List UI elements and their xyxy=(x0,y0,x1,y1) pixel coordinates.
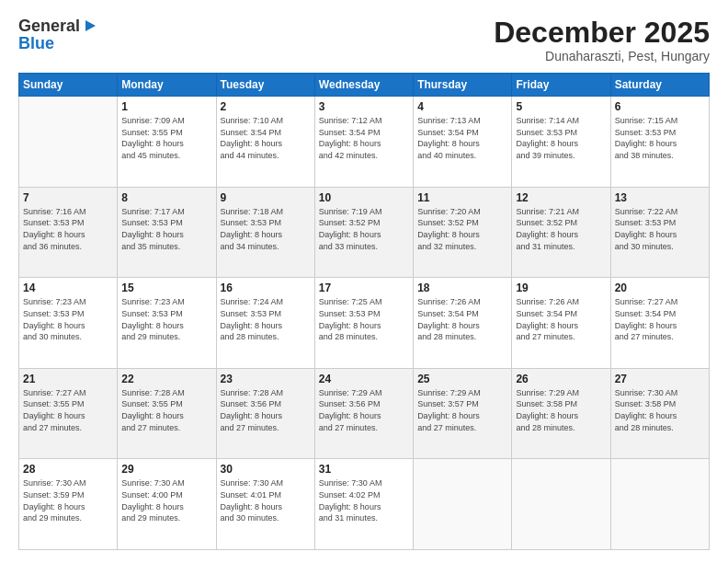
weekday-header-friday: Friday xyxy=(512,74,610,97)
day-number: 21 xyxy=(23,373,113,385)
day-number: 16 xyxy=(221,282,311,294)
calendar-cell: 20Sunrise: 7:27 AMSunset: 3:54 PMDayligh… xyxy=(610,278,709,369)
day-info: Sunrise: 7:23 AMSunset: 3:53 PMDaylight:… xyxy=(121,296,211,342)
calendar-cell: 4Sunrise: 7:13 AMSunset: 3:54 PMDaylight… xyxy=(414,97,512,188)
calendar-cell: 1Sunrise: 7:09 AMSunset: 3:55 PMDaylight… xyxy=(118,97,216,188)
day-number: 25 xyxy=(417,373,507,385)
day-number: 27 xyxy=(615,373,705,385)
day-number: 1 xyxy=(121,100,211,113)
weekday-header-row: SundayMondayTuesdayWednesdayThursdayFrid… xyxy=(19,74,710,97)
day-info: Sunrise: 7:28 AMSunset: 3:55 PMDaylight:… xyxy=(121,387,211,433)
calendar-cell: 5Sunrise: 7:14 AMSunset: 3:53 PMDaylight… xyxy=(512,97,610,188)
day-info: Sunrise: 7:27 AMSunset: 3:55 PMDaylight:… xyxy=(23,387,113,433)
day-info: Sunrise: 7:16 AMSunset: 3:53 PMDaylight:… xyxy=(23,206,113,252)
logo-blue-text: Blue xyxy=(18,34,54,53)
calendar-cell: 16Sunrise: 7:24 AMSunset: 3:53 PMDayligh… xyxy=(216,278,314,369)
calendar-week-row: 28Sunrise: 7:30 AMSunset: 3:59 PMDayligh… xyxy=(19,459,710,550)
calendar-cell xyxy=(414,459,512,550)
calendar-cell: 10Sunrise: 7:19 AMSunset: 3:52 PMDayligh… xyxy=(314,187,413,278)
calendar-week-row: 7Sunrise: 7:16 AMSunset: 3:53 PMDaylight… xyxy=(19,187,710,278)
calendar-week-row: 14Sunrise: 7:23 AMSunset: 3:53 PMDayligh… xyxy=(19,278,710,369)
day-number: 9 xyxy=(221,191,311,204)
calendar-cell: 22Sunrise: 7:28 AMSunset: 3:55 PMDayligh… xyxy=(118,368,216,459)
title-block: December 2025 Dunaharaszti, Pest, Hungar… xyxy=(494,17,710,63)
calendar-cell: 6Sunrise: 7:15 AMSunset: 3:53 PMDaylight… xyxy=(610,97,709,188)
day-info: Sunrise: 7:19 AMSunset: 3:52 PMDaylight:… xyxy=(319,206,409,252)
day-number: 8 xyxy=(121,191,211,204)
day-info: Sunrise: 7:29 AMSunset: 3:58 PMDaylight:… xyxy=(516,387,606,433)
weekday-header-sunday: Sunday xyxy=(19,74,118,97)
calendar-cell: 29Sunrise: 7:30 AMSunset: 4:00 PMDayligh… xyxy=(118,459,216,550)
calendar-cell: 3Sunrise: 7:12 AMSunset: 3:54 PMDaylight… xyxy=(314,97,413,188)
day-info: Sunrise: 7:25 AMSunset: 3:53 PMDaylight:… xyxy=(319,296,409,342)
calendar-cell: 9Sunrise: 7:18 AMSunset: 3:53 PMDaylight… xyxy=(216,187,314,278)
day-info: Sunrise: 7:30 AMSunset: 3:59 PMDaylight:… xyxy=(23,477,113,523)
day-number: 5 xyxy=(516,100,606,113)
weekday-header-tuesday: Tuesday xyxy=(216,74,314,97)
svg-marker-0 xyxy=(85,20,96,31)
day-number: 12 xyxy=(516,191,606,204)
day-info: Sunrise: 7:29 AMSunset: 3:56 PMDaylight:… xyxy=(319,387,409,433)
day-number: 4 xyxy=(417,100,507,113)
calendar-week-row: 21Sunrise: 7:27 AMSunset: 3:55 PMDayligh… xyxy=(19,368,710,459)
day-number: 30 xyxy=(221,463,311,476)
calendar-cell: 15Sunrise: 7:23 AMSunset: 3:53 PMDayligh… xyxy=(118,278,216,369)
day-number: 28 xyxy=(23,463,113,476)
calendar-cell: 25Sunrise: 7:29 AMSunset: 3:57 PMDayligh… xyxy=(414,368,512,459)
day-info: Sunrise: 7:26 AMSunset: 3:54 PMDaylight:… xyxy=(417,296,507,342)
day-info: Sunrise: 7:22 AMSunset: 3:53 PMDaylight:… xyxy=(615,206,705,252)
day-info: Sunrise: 7:30 AMSunset: 4:01 PMDaylight:… xyxy=(221,477,311,523)
calendar-cell: 11Sunrise: 7:20 AMSunset: 3:52 PMDayligh… xyxy=(414,187,512,278)
month-title: December 2025 xyxy=(494,17,710,49)
calendar-cell: 19Sunrise: 7:26 AMSunset: 3:54 PMDayligh… xyxy=(512,278,610,369)
logo-general-text: General xyxy=(18,17,80,36)
calendar-cell: 7Sunrise: 7:16 AMSunset: 3:53 PMDaylight… xyxy=(19,187,118,278)
weekday-header-thursday: Thursday xyxy=(414,74,512,97)
calendar-cell: 26Sunrise: 7:29 AMSunset: 3:58 PMDayligh… xyxy=(512,368,610,459)
day-info: Sunrise: 7:15 AMSunset: 3:53 PMDaylight:… xyxy=(615,115,705,161)
logo: General Blue xyxy=(18,17,96,53)
day-number: 23 xyxy=(221,373,311,385)
calendar-week-row: 1Sunrise: 7:09 AMSunset: 3:55 PMDaylight… xyxy=(19,97,710,188)
calendar-cell: 14Sunrise: 7:23 AMSunset: 3:53 PMDayligh… xyxy=(19,278,118,369)
calendar-cell xyxy=(19,97,118,188)
calendar-cell: 24Sunrise: 7:29 AMSunset: 3:56 PMDayligh… xyxy=(314,368,413,459)
day-info: Sunrise: 7:13 AMSunset: 3:54 PMDaylight:… xyxy=(417,115,507,161)
header: General Blue December 2025 Dunaharaszti,… xyxy=(18,17,710,63)
day-number: 14 xyxy=(23,282,113,294)
calendar-cell: 23Sunrise: 7:28 AMSunset: 3:56 PMDayligh… xyxy=(216,368,314,459)
day-info: Sunrise: 7:14 AMSunset: 3:53 PMDaylight:… xyxy=(516,115,606,161)
day-number: 20 xyxy=(615,282,705,294)
day-info: Sunrise: 7:30 AMSunset: 3:58 PMDaylight:… xyxy=(615,387,705,433)
calendar-cell: 30Sunrise: 7:30 AMSunset: 4:01 PMDayligh… xyxy=(216,459,314,550)
day-number: 11 xyxy=(417,191,507,204)
day-info: Sunrise: 7:30 AMSunset: 4:02 PMDaylight:… xyxy=(319,477,409,523)
day-number: 2 xyxy=(221,100,311,113)
day-info: Sunrise: 7:12 AMSunset: 3:54 PMDaylight:… xyxy=(319,115,409,161)
day-number: 22 xyxy=(121,373,211,385)
day-info: Sunrise: 7:27 AMSunset: 3:54 PMDaylight:… xyxy=(615,296,705,342)
day-info: Sunrise: 7:21 AMSunset: 3:52 PMDaylight:… xyxy=(516,206,606,252)
day-number: 15 xyxy=(121,282,211,294)
day-number: 10 xyxy=(319,191,409,204)
day-number: 6 xyxy=(615,100,705,113)
day-info: Sunrise: 7:26 AMSunset: 3:54 PMDaylight:… xyxy=(516,296,606,342)
weekday-header-saturday: Saturday xyxy=(610,74,709,97)
day-info: Sunrise: 7:24 AMSunset: 3:53 PMDaylight:… xyxy=(221,296,311,342)
day-info: Sunrise: 7:20 AMSunset: 3:52 PMDaylight:… xyxy=(417,206,507,252)
day-info: Sunrise: 7:17 AMSunset: 3:53 PMDaylight:… xyxy=(121,206,211,252)
day-info: Sunrise: 7:29 AMSunset: 3:57 PMDaylight:… xyxy=(417,387,507,433)
day-number: 19 xyxy=(516,282,606,294)
calendar-cell: 2Sunrise: 7:10 AMSunset: 3:54 PMDaylight… xyxy=(216,97,314,188)
calendar-cell: 27Sunrise: 7:30 AMSunset: 3:58 PMDayligh… xyxy=(610,368,709,459)
day-number: 24 xyxy=(319,373,409,385)
calendar-cell xyxy=(512,459,610,550)
calendar-cell: 28Sunrise: 7:30 AMSunset: 3:59 PMDayligh… xyxy=(19,459,118,550)
day-number: 3 xyxy=(319,100,409,113)
calendar-cell: 12Sunrise: 7:21 AMSunset: 3:52 PMDayligh… xyxy=(512,187,610,278)
calendar-cell: 21Sunrise: 7:27 AMSunset: 3:55 PMDayligh… xyxy=(19,368,118,459)
day-info: Sunrise: 7:09 AMSunset: 3:55 PMDaylight:… xyxy=(121,115,211,161)
day-info: Sunrise: 7:18 AMSunset: 3:53 PMDaylight:… xyxy=(221,206,311,252)
page: General Blue December 2025 Dunaharaszti,… xyxy=(0,0,728,563)
weekday-header-monday: Monday xyxy=(118,74,216,97)
